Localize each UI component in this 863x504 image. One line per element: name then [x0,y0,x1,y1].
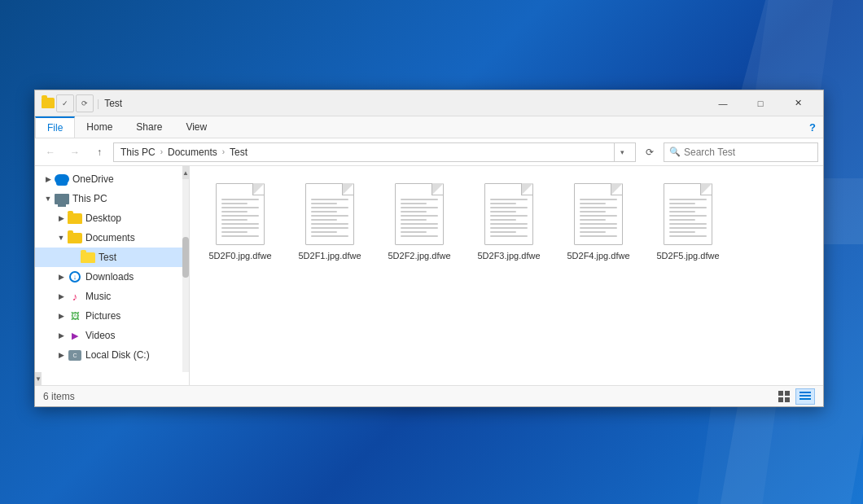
expand-desktop[interactable]: ▶ [55,212,68,225]
tab-view[interactable]: View [174,116,219,138]
doc-icon-3 [484,183,533,245]
line [221,207,259,208]
doc-lines-2 [401,199,438,237]
doc-lines-1 [311,199,348,237]
line [401,207,438,208]
sidebar-scroll-up[interactable]: ▲ [182,166,189,179]
expand-pictures[interactable]: ▶ [55,309,68,322]
test-icon [81,251,95,264]
svg-rect-0 [778,391,783,396]
doc-icon-1 [305,183,354,245]
search-input[interactable] [684,147,813,158]
file-item-1[interactable]: 5D2F1.jpg.dfwe [289,176,370,267]
close-button[interactable]: ✕ [779,90,817,116]
breadcrumb-test[interactable]: Test [228,147,249,158]
forward-button[interactable]: → [64,142,85,163]
expand-music[interactable]: ▶ [55,290,68,303]
line [311,227,348,229]
maximize-button[interactable]: □ [742,90,779,116]
sidebar-item-test[interactable]: ▶ Test [35,248,189,267]
documents-icon [68,231,82,244]
doc-fold-3 [521,184,532,195]
line [221,227,259,229]
file-item-4[interactable]: 5D2F4.jpg.dfwe [558,176,639,267]
downloads-icon: ↓ [68,270,82,283]
svg-rect-2 [778,397,783,402]
onedrive-icon [55,173,69,186]
line [401,235,438,237]
expand-documents[interactable]: ▼ [55,231,68,244]
line [311,219,337,221]
expand-videos[interactable]: ▶ [55,329,68,342]
sidebar-item-pictures[interactable]: ▶ 🖼 Pictures [35,306,189,326]
sidebar-item-onedrive[interactable]: ▶ OneDrive [35,169,189,189]
refresh-button[interactable]: ⟳ [639,142,660,163]
sidebar-label-downloads: Downloads [85,271,134,283]
minimize-button[interactable]: — [704,90,742,116]
expand-thispc[interactable]: ▼ [42,192,55,205]
desktop-icon [68,212,82,225]
title-bar-extras: ✓ ⟳ | [42,94,101,112]
window-controls: — □ ✕ [704,90,817,116]
sidebar-item-downloads[interactable]: ▶ ↓ Downloads [35,267,189,287]
line [221,235,259,237]
sidebar-item-videos[interactable]: ▶ ▶ Videos [35,326,189,345]
file-name-5: 5D2F5.jpg.dfwe [656,250,719,261]
ribbon-help-button[interactable]: ? [802,116,823,138]
breadcrumb-thispc[interactable]: This PC [119,147,157,158]
line [580,235,617,237]
quick-access-btn-1[interactable]: ✓ [56,94,74,112]
quick-access-btn-2[interactable]: ⟳ [76,94,94,112]
line [490,207,528,208]
doc-icon-2 [395,183,444,245]
file-icon-wrapper-2 [390,182,449,247]
list-view-button[interactable] [795,388,815,405]
sidebar-label-localdisk: Local Disk (C:) [85,349,150,361]
expand-downloads[interactable]: ▶ [55,270,68,283]
sidebar-scrollbar-thumb[interactable] [182,237,189,278]
ribbon-tabs: File Home Share View ? [35,116,823,138]
line [221,199,259,200]
doc-lines-5 [669,199,707,237]
line [311,223,348,225]
back-button[interactable]: ← [40,142,61,163]
sidebar-item-music[interactable]: ▶ ♪ Music [35,287,189,306]
line [669,207,707,208]
expand-onedrive[interactable]: ▶ [42,173,55,186]
tab-file[interactable]: File [35,116,75,138]
file-icon-wrapper-4 [569,182,628,247]
line [580,215,617,217]
breadcrumb-documents[interactable]: Documents [166,147,219,158]
sidebar-label-test: Test [99,252,116,263]
line [580,207,617,208]
line [580,223,617,225]
line [221,211,248,213]
doc-lines-3 [490,199,528,237]
sidebar-item-localdisk[interactable]: ▶ C Local Disk (C:) [35,345,189,365]
file-item-3[interactable]: 5D2F3.jpg.dfwe [468,176,550,267]
line [669,199,707,200]
sidebar-item-desktop[interactable]: ▶ Desktop [35,208,189,228]
sidebar-item-documents[interactable]: ▼ Documents [35,228,189,248]
sidebar-label-documents: Documents [85,232,135,243]
file-name-4: 5D2F4.jpg.dfwe [567,250,629,261]
file-item-2[interactable]: 5D2F2.jpg.dfwe [379,176,460,267]
up-button[interactable]: ↑ [89,142,110,163]
file-name-1: 5D2F1.jpg.dfwe [298,250,361,261]
sidebar-scrollbar-track [182,179,189,372]
status-item-count: 6 items [43,391,774,402]
doc-fold-5 [700,184,712,195]
line [490,215,528,217]
line [221,219,248,221]
line [401,215,438,217]
expand-localdisk[interactable]: ▶ [55,348,68,362]
file-item-0[interactable]: 5D2F0.jpg.dfwe [199,176,281,267]
sidebar-item-thispc[interactable]: ▼ This PC [35,189,189,208]
grid-view-button[interactable] [774,388,794,405]
tab-home[interactable]: Home [75,116,125,138]
sidebar-scroll-down[interactable]: ▼ [35,372,42,385]
address-dropdown-button[interactable]: ▾ [614,142,630,162]
tab-share[interactable]: Share [125,116,174,138]
file-item-5[interactable]: 5D2F5.jpg.dfwe [647,176,729,267]
line [401,219,427,221]
